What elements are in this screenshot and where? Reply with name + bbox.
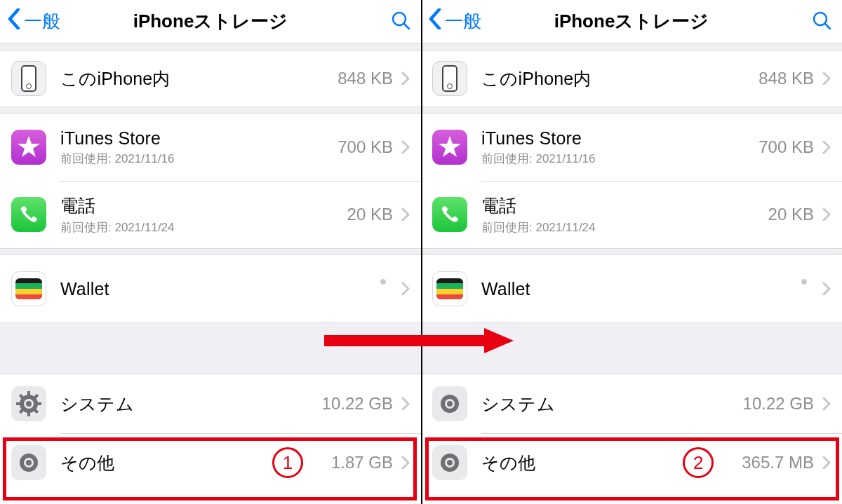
svg-point-23 <box>447 401 453 407</box>
search-button[interactable] <box>390 10 411 34</box>
gear-icon <box>11 386 46 421</box>
phone-icon <box>432 197 467 232</box>
section-separator <box>421 43 842 50</box>
chevron-left-icon <box>428 8 442 34</box>
phone-icon <box>11 197 46 232</box>
row-title: 電話 <box>60 194 347 217</box>
navbar: 一般 iPhoneストレージ <box>0 0 421 43</box>
svg-point-14 <box>26 401 32 407</box>
gear-icon <box>11 445 46 480</box>
storage-row-wallet[interactable]: Wallet <box>421 255 842 322</box>
search-button[interactable] <box>811 10 832 34</box>
storage-row-oniphone[interactable]: このiPhone内 848 KB <box>0 50 421 107</box>
section-separator <box>421 107 842 114</box>
row-title: 電話 <box>481 194 768 217</box>
section-gap <box>421 322 842 374</box>
wallet-icon <box>11 271 46 306</box>
callout-badge: 2 <box>683 447 714 478</box>
star-icon <box>432 130 467 165</box>
system-list: システム 10.22 GB その他 1 1.87 GB <box>0 374 421 492</box>
row-size: 848 KB <box>338 69 393 88</box>
chevron-right-icon <box>822 71 831 86</box>
page-title: iPhoneストレージ <box>554 9 709 34</box>
row-title: システム <box>481 393 743 416</box>
chevron-right-icon <box>822 282 831 296</box>
app-list: このiPhone内 848 KB iTunes Store前回使用: 2021/… <box>421 50 842 322</box>
storage-row-system[interactable]: システム 10.22 GB <box>0 374 421 433</box>
row-subtitle: 前回使用: 2021/11/16 <box>60 151 338 167</box>
row-title: iTunes Store <box>60 128 338 149</box>
chevron-right-icon <box>822 397 831 411</box>
storage-row-oniphone[interactable]: このiPhone内 848 KB <box>421 50 842 107</box>
oniphone-icon <box>11 61 46 96</box>
section-separator <box>421 248 842 255</box>
pane-left: 一般 iPhoneストレージ このiPhone内 848 KB iTunes S… <box>0 0 421 504</box>
spinner-icon <box>794 279 814 299</box>
chevron-right-icon <box>822 207 831 222</box>
navbar: 一般 iPhoneストレージ <box>421 0 842 43</box>
search-icon <box>390 21 411 33</box>
chevron-right-icon <box>822 140 831 154</box>
row-title: その他 <box>481 451 676 475</box>
row-title: Wallet <box>481 279 794 299</box>
pane-divider <box>421 0 422 504</box>
svg-marker-2 <box>18 136 40 157</box>
svg-point-26 <box>447 460 453 465</box>
row-size: 20 KB <box>768 205 814 224</box>
chevron-right-icon <box>401 140 410 154</box>
row-subtitle: 前回使用: 2021/11/24 <box>60 219 347 236</box>
row-title: システム <box>60 393 322 416</box>
gear-icon <box>432 445 467 480</box>
svg-point-17 <box>26 460 32 465</box>
section-separator <box>0 107 421 114</box>
storage-row-itunes[interactable]: iTunes Store前回使用: 2021/11/16 700 KB <box>421 114 842 181</box>
back-label: 一般 <box>445 9 481 34</box>
row-size: 10.22 GB <box>322 394 393 414</box>
pane-right: 一般 iPhoneストレージ このiPhone内 848 KB iTunes S… <box>421 0 842 504</box>
oniphone-icon <box>432 61 467 96</box>
chevron-right-icon <box>822 456 831 470</box>
chevron-right-icon <box>401 397 410 411</box>
row-title: このiPhone内 <box>60 67 338 90</box>
storage-row-phone[interactable]: 電話前回使用: 2021/11/24 20 KB <box>0 181 421 248</box>
spinner-icon <box>373 279 393 299</box>
back-button[interactable]: 一般 <box>428 8 481 34</box>
callout-badge: 1 <box>272 447 303 478</box>
chevron-right-icon <box>401 456 410 470</box>
storage-row-wallet[interactable]: Wallet <box>0 255 421 322</box>
section-separator <box>0 248 421 255</box>
svg-line-1 <box>404 24 409 29</box>
storage-row-itunes[interactable]: iTunes Store前回使用: 2021/11/16 700 KB <box>0 114 421 181</box>
row-size: 20 KB <box>347 205 393 224</box>
system-list: システム 10.22 GB その他 2 365.7 MB <box>421 374 842 492</box>
section-gap <box>0 322 421 374</box>
svg-rect-6 <box>16 402 20 405</box>
row-title: Wallet <box>60 279 373 299</box>
row-size: 700 KB <box>338 137 393 157</box>
star-icon <box>11 130 46 165</box>
gear-icon <box>432 386 467 421</box>
row-subtitle: 前回使用: 2021/11/24 <box>481 219 768 236</box>
svg-marker-20 <box>439 136 461 157</box>
storage-row-other[interactable]: その他 1 1.87 GB <box>0 433 421 492</box>
back-label: 一般 <box>24 9 60 34</box>
storage-row-phone[interactable]: 電話前回使用: 2021/11/24 20 KB <box>421 181 842 248</box>
row-size: 700 KB <box>759 137 814 157</box>
svg-rect-4 <box>27 391 30 395</box>
back-button[interactable]: 一般 <box>7 8 60 34</box>
chevron-right-icon <box>401 71 410 86</box>
page-title: iPhoneストレージ <box>133 9 288 34</box>
svg-line-19 <box>825 24 830 29</box>
chevron-right-icon <box>401 282 410 296</box>
row-title: このiPhone内 <box>481 67 759 90</box>
storage-row-system[interactable]: システム 10.22 GB <box>421 374 842 433</box>
row-size: 1.87 GB <box>331 453 393 472</box>
chevron-right-icon <box>401 207 410 222</box>
storage-row-other[interactable]: その他 2 365.7 MB <box>421 433 842 492</box>
row-title: その他 <box>60 451 265 475</box>
wallet-icon <box>432 271 467 306</box>
app-list: このiPhone内 848 KB iTunes Store前回使用: 2021/… <box>0 50 421 322</box>
row-size: 365.7 MB <box>742 453 814 472</box>
row-size: 848 KB <box>759 69 814 88</box>
section-separator <box>0 43 421 50</box>
